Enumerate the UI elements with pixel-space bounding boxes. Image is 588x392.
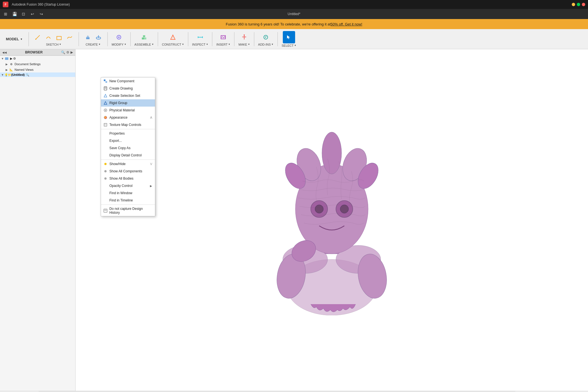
inspect-measure-button[interactable]	[195, 32, 205, 42]
home-button[interactable]: ⊞	[2, 11, 9, 17]
show-hide-shortcut: V	[150, 162, 152, 166]
construct-button[interactable]	[168, 32, 178, 42]
menu-item-find-in-timeline[interactable]: Find in Timeline	[101, 197, 155, 204]
svg-rect-9	[143, 35, 145, 37]
show-all-components-icon	[103, 169, 108, 173]
main-toolbar: MODEL ▼ SKETCH ▼	[0, 29, 588, 49]
toolbar-section-make: MAKE ▼	[237, 31, 251, 47]
sketch-label[interactable]: SKETCH ▼	[46, 43, 62, 46]
toolbar-section-addins: ADD-INS ▼	[257, 31, 275, 47]
insert-image-button[interactable]	[218, 32, 228, 42]
addins-button[interactable]	[261, 32, 271, 42]
menu-item-create-selection-set[interactable]: Create Selection Set	[101, 92, 155, 99]
svg-point-47	[104, 163, 107, 165]
menu-item-new-component[interactable]: New Component	[101, 78, 155, 85]
toolbar-section-assemble: ASSEMBLE ▼	[133, 31, 156, 47]
menu-item-texture-map[interactable]: Texture Map Controls	[101, 121, 155, 128]
save-button[interactable]: 💾	[11, 11, 18, 17]
svg-rect-46	[104, 123, 107, 126]
tree-item-named-views[interactable]: ▶ 📐 Named Views	[0, 67, 75, 72]
sketch-arc-button[interactable]	[43, 32, 53, 42]
menu-label-save-copy-as: Save Copy As	[109, 146, 130, 150]
model-selector[interactable]: MODEL ▼	[2, 36, 26, 43]
toolbar-divider-6	[212, 32, 212, 46]
grid-button[interactable]: ⊡	[20, 11, 27, 17]
select-button[interactable]	[283, 31, 295, 43]
assemble-button[interactable]	[139, 32, 149, 42]
svg-point-31	[315, 205, 323, 213]
sidebar-search-icon[interactable]: 🔍	[61, 50, 65, 54]
construct-label[interactable]: CONSTRUCT ▼	[162, 43, 184, 46]
tree-expand-doc[interactable]: ▶	[6, 63, 9, 66]
menu-item-save-copy-as[interactable]: Save Copy As	[101, 144, 155, 152]
menu-item-display-detail[interactable]: Display Detail Control	[101, 152, 155, 159]
menu-item-rigid-group[interactable]: Rigid Group	[101, 99, 155, 107]
modify-label[interactable]: MODIFY ▼	[112, 43, 126, 46]
select-label[interactable]: SELECT ▼	[282, 44, 297, 47]
menu-item-export[interactable]: Export...	[101, 137, 155, 144]
canvas-area[interactable]: New Component Create Drawing Create Sele…	[76, 49, 588, 391]
insert-arrow: ▼	[228, 43, 231, 46]
insert-label[interactable]: INSERT ▼	[216, 43, 230, 46]
menu-label-show-hide: Show/Hide	[109, 162, 126, 166]
tree-expand-views[interactable]: ▶	[6, 68, 9, 71]
tree-item-root[interactable]: ▼ ▶ ⚙	[0, 56, 75, 61]
menu-item-physical-material[interactable]: Physical Material	[101, 107, 155, 114]
make-label[interactable]: MAKE ▼	[238, 43, 250, 46]
menu-item-create-drawing[interactable]: Create Drawing	[101, 85, 155, 92]
workspace: ◀◀ BROWSER 🔍 ⚙ ▶ ▼ ▶ ⚙ ▶ ⚙ Document Sett…	[0, 49, 588, 391]
sidebar-expand-icon[interactable]: ▶	[70, 50, 73, 54]
tree-expand-untitled[interactable]: ▼	[1, 73, 4, 76]
modify-press-button[interactable]	[114, 32, 124, 42]
assemble-label[interactable]: ASSEMBLE ▼	[135, 43, 154, 46]
find-timeline-icon	[103, 198, 108, 203]
tree-search-untitled[interactable]: 🔍	[26, 73, 29, 76]
sketch-rect-button[interactable]	[54, 32, 64, 42]
separator-3	[101, 205, 155, 205]
sidebar-header-icons: 🔍 ⚙ ▶	[61, 50, 73, 54]
svg-rect-7	[142, 37, 144, 39]
create-arrow: ▼	[98, 43, 101, 46]
tree-icon-root	[4, 56, 9, 61]
doc-title: Untitled*	[288, 12, 300, 16]
inspect-label[interactable]: INSPECT ▼	[192, 43, 208, 46]
make-button[interactable]	[239, 32, 249, 42]
menu-item-show-all-components[interactable]: Show All Components	[101, 168, 155, 175]
status-bar: COMMENTS ⚙ ▶ ⏮ ◀ ▶ ▶| ⏭	[0, 391, 588, 392]
redo-button[interactable]: ↪	[38, 11, 45, 17]
addins-label[interactable]: ADD-INS ▼	[258, 43, 274, 46]
sketch-line-button[interactable]	[33, 32, 43, 42]
tree-item-doc-settings[interactable]: ▶ ⚙ Document Settings	[0, 61, 75, 67]
sidebar-collapse-icon[interactable]: ◀◀	[2, 51, 7, 54]
model-dropdown-arrow: ▼	[20, 38, 23, 41]
create-revolve-button[interactable]	[93, 32, 104, 42]
svg-rect-1	[57, 36, 61, 40]
undo-button[interactable]: ↩	[29, 11, 36, 17]
sketch-curve-button[interactable]	[65, 32, 75, 42]
sidebar-settings-icon[interactable]: ⚙	[66, 50, 69, 54]
app-icon: F	[3, 2, 8, 7]
create-extrude-button[interactable]	[83, 32, 93, 42]
construct-icons	[168, 32, 178, 42]
create-label[interactable]: CREATE ▼	[86, 43, 101, 46]
menu-item-properties[interactable]: Properties	[101, 130, 155, 137]
menu-item-show-all-bodies[interactable]: Show All Bodies	[101, 175, 155, 182]
notification-link[interactable]: 50% off. Get it now!	[331, 22, 362, 26]
menu-item-opacity-control[interactable]: Opacity Control ▶	[101, 182, 155, 189]
3d-model-viewport	[255, 125, 409, 315]
menu-label-do-not-capture: Do not capture Design History	[109, 207, 152, 215]
tree-item-untitled[interactable]: ▼ 💡 📁 (Untitled) 🔍	[0, 72, 75, 77]
svg-rect-2	[86, 37, 90, 39]
menu-label-opacity-control: Opacity Control	[109, 184, 133, 188]
maximize-button[interactable]	[577, 3, 580, 6]
export-icon	[103, 139, 108, 143]
menu-label-rigid-group: Rigid Group	[109, 101, 127, 105]
tree-expand-root[interactable]: ▼	[1, 57, 4, 60]
menu-item-appearance[interactable]: Appearance A	[101, 114, 155, 121]
close-button[interactable]	[582, 3, 585, 6]
menu-item-show-hide[interactable]: Show/Hide V	[101, 160, 155, 168]
menu-item-find-in-window[interactable]: Find in Window	[101, 189, 155, 197]
minimize-button[interactable]	[572, 3, 575, 6]
menu-item-do-not-capture[interactable]: Do not capture Design History	[101, 205, 155, 216]
separator-1	[101, 129, 155, 129]
